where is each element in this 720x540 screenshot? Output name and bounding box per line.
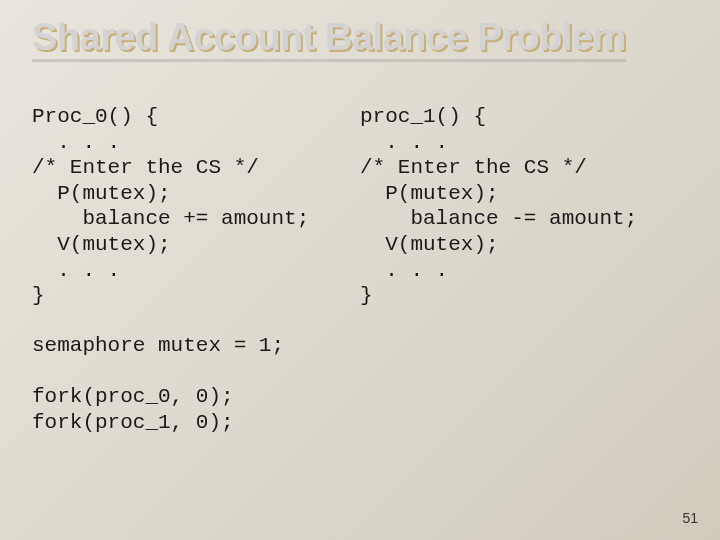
code-left: Proc_0() { . . . /* Enter the CS */ P(mu… bbox=[32, 104, 360, 309]
slide: Shared Account Balance Problem Shared Ac… bbox=[0, 0, 720, 540]
code-extra: semaphore mutex = 1; fork(proc_0, 0); fo… bbox=[32, 333, 688, 435]
slide-title: Shared Account Balance Problem Shared Ac… bbox=[32, 18, 688, 62]
page-number: 51 bbox=[682, 510, 698, 526]
code-columns: Proc_0() { . . . /* Enter the CS */ P(mu… bbox=[32, 104, 688, 309]
title-text: Shared Account Balance Problem bbox=[32, 18, 626, 62]
code-right: proc_1() { . . . /* Enter the CS */ P(mu… bbox=[360, 104, 688, 309]
